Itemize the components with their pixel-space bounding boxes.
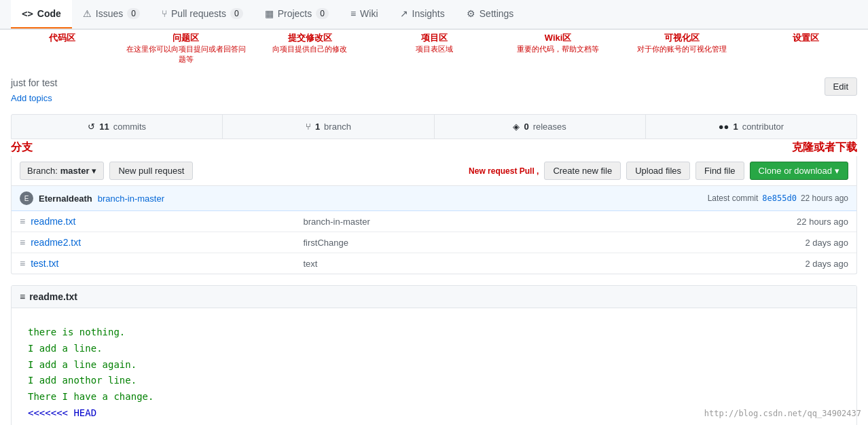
issues-icon: ⚠ xyxy=(83,8,92,19)
repo-info: just for test Add topics Edit xyxy=(0,67,868,114)
stats-bar: ↺ 11 commits ⑂ 1 branch ◈ 0 releases ●● … xyxy=(11,114,857,139)
file-time-0: 22 hours ago xyxy=(712,217,848,227)
branches-count: 1 xyxy=(315,122,320,132)
branch-icon: ⑂ xyxy=(306,122,311,132)
readme-line-4: There I have a change. xyxy=(28,389,840,405)
releases-icon: ◈ xyxy=(513,122,520,132)
readme-line-6: hahaha xyxy=(28,422,840,425)
contributors-icon: ●● xyxy=(719,122,729,132)
commit-author[interactable]: Eternaldeath xyxy=(39,193,92,204)
file-commit-2: text xyxy=(303,259,712,269)
tab-annotation-insights: 可视化区 xyxy=(620,32,744,44)
commits-count: 11 xyxy=(99,122,109,132)
releases-count: 0 xyxy=(524,122,528,132)
readme-title: readme.txt xyxy=(29,291,77,302)
tab-annotation-wiki: Wiki区 xyxy=(496,32,620,44)
tab-sub-wiki: 重要的代码，帮助文档等 xyxy=(496,44,620,54)
file-name-1[interactable]: readme2.txt xyxy=(31,237,303,248)
new-pull-request-button[interactable]: New pull request xyxy=(109,162,193,180)
issues-badge: 0 xyxy=(127,8,140,19)
tab-pull-requests-label: Pull requests xyxy=(171,8,226,19)
projects-badge: 0 xyxy=(316,8,329,19)
settings-icon: ⚙ xyxy=(467,8,475,19)
contributors-label: contributor xyxy=(742,122,784,132)
readme-line-2: I add a line again. xyxy=(28,357,840,373)
commit-time: 22 hours ago xyxy=(801,193,848,203)
tab-sub-projects: 项目表区域 xyxy=(372,44,496,54)
tab-settings-label: Settings xyxy=(480,8,514,19)
upload-files-button[interactable]: Upload files xyxy=(626,162,690,180)
find-file-button[interactable]: Find file xyxy=(695,162,744,180)
tab-annotation-issues: 问题区 xyxy=(124,32,249,44)
tab-annotation-pr: 提交修改区 xyxy=(248,32,372,44)
file-commit-0: branch-in-master xyxy=(303,217,712,227)
watermark: http://blog.csdn.net/qq_34902437 xyxy=(704,409,861,418)
branch-chevron: ▾ xyxy=(92,166,96,176)
create-new-file-button[interactable]: Create new file xyxy=(544,162,621,180)
commits-icon: ↺ xyxy=(88,122,95,132)
table-row: ≡ readme2.txt firstChange 2 days ago xyxy=(12,232,856,253)
tab-code[interactable]: <> Code xyxy=(11,0,72,29)
tab-sub-issues: 在这里你可以向项目提问或者回答问题等 xyxy=(124,44,249,64)
file-name-2[interactable]: test.txt xyxy=(31,258,303,269)
clone-chevron-icon: ▾ xyxy=(835,166,839,176)
readme-line-3: I add anothor line. xyxy=(28,373,840,389)
stat-commits[interactable]: ↺ 11 commits xyxy=(12,115,223,138)
tab-projects[interactable]: ▦ Projects 0 xyxy=(254,0,340,29)
file-table: E Eternaldeath branch-in-master Latest c… xyxy=(11,186,857,274)
commit-message[interactable]: branch-in-master xyxy=(98,193,164,204)
readme-header: ≡ readme.txt xyxy=(12,286,856,308)
readme-line-1: I add a line. xyxy=(28,341,840,357)
file-commit-1: firstChange xyxy=(303,238,712,248)
commit-header: E Eternaldeath branch-in-master Latest c… xyxy=(12,186,856,211)
tab-sub-insights: 对于你的账号的可视化管理 xyxy=(620,44,744,54)
tab-issues[interactable]: ⚠ Issues 0 xyxy=(72,0,151,29)
tab-wiki-label: Wiki xyxy=(360,8,378,19)
stat-branches[interactable]: ⑂ 1 branch xyxy=(223,115,434,138)
tab-pull-requests[interactable]: ⑂ Pull requests 0 xyxy=(151,0,254,29)
tab-insights-label: Insights xyxy=(412,8,445,19)
file-time-2: 2 days ago xyxy=(712,259,848,269)
projects-icon: ▦ xyxy=(265,8,274,19)
branch-annotation: 分支 xyxy=(11,141,33,155)
file-icon-0: ≡ xyxy=(20,216,25,227)
add-topics-link[interactable]: Add topics xyxy=(11,93,52,103)
tab-annotation-code: 代码区 xyxy=(0,32,124,44)
actions-bar: Branch: master ▾ New pull request New re… xyxy=(11,156,857,186)
contributors-count: 1 xyxy=(733,122,738,132)
file-name-0[interactable]: readme.txt xyxy=(31,216,303,227)
tab-issues-label: Issues xyxy=(96,8,123,19)
commits-label: commits xyxy=(113,122,146,132)
readme-icon: ≡ xyxy=(20,291,25,302)
table-row: ≡ test.txt text 2 days ago xyxy=(12,253,856,274)
tab-projects-label: Projects xyxy=(278,8,312,19)
clone-download-button[interactable]: Clone or download ▾ xyxy=(750,162,848,180)
tab-code-label: Code xyxy=(37,8,61,19)
stat-releases[interactable]: ◈ 0 releases xyxy=(435,115,646,138)
commit-sha[interactable]: 8e855d0 xyxy=(762,193,797,203)
clone-annotation: 克隆或者下载 xyxy=(792,141,857,155)
branch-label-text: Branch: xyxy=(27,166,58,176)
tab-annotation-settings: 设置区 xyxy=(744,32,868,44)
branch-name: master xyxy=(60,166,90,176)
wiki-icon: ≡ xyxy=(350,8,356,19)
insights-icon: ↗ xyxy=(400,8,408,19)
readme-line-0: there is nothing. xyxy=(28,325,840,341)
new-request-annotation: New request Pull , xyxy=(469,166,539,176)
edit-button[interactable]: Edit xyxy=(825,77,857,96)
repo-description: just for test xyxy=(11,77,825,88)
repo-tabs: <> Code ⚠ Issues 0 ⑂ Pull requests 0 ▦ P… xyxy=(0,0,868,29)
readme-box: ≡ readme.txt there is nothing. I add a l… xyxy=(11,285,857,425)
tab-wiki[interactable]: ≡ Wiki xyxy=(340,0,389,29)
branch-selector[interactable]: Branch: master ▾ xyxy=(20,162,104,180)
tab-annotation-projects: 项目区 xyxy=(372,32,496,44)
file-time-1: 2 days ago xyxy=(712,238,848,248)
branches-label: branch xyxy=(324,122,351,132)
tab-insights[interactable]: ↗ Insights xyxy=(389,0,456,29)
clone-download-label: Clone or download xyxy=(759,166,832,176)
latest-commit-prefix: Latest commit xyxy=(708,193,759,203)
tab-settings[interactable]: ⚙ Settings xyxy=(456,0,525,29)
stat-contributors[interactable]: ●● 1 contributor xyxy=(646,115,856,138)
file-icon-1: ≡ xyxy=(20,237,25,248)
readme-content: there is nothing. I add a line. I add a … xyxy=(12,308,856,425)
